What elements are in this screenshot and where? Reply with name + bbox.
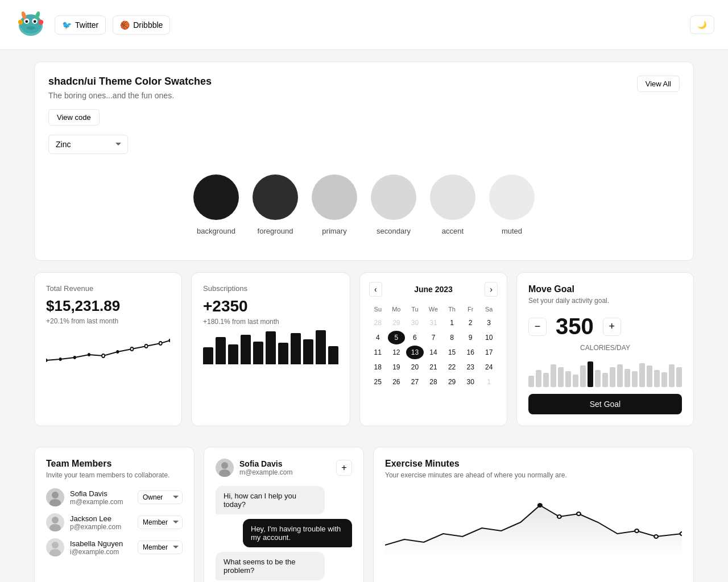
cal-day[interactable]: 30 <box>406 316 424 330</box>
chat-messages: Hi, how can I help you today? Hey, I'm h… <box>216 486 352 582</box>
cal-day-5-selected[interactable]: 5 <box>388 331 406 344</box>
svg-point-11 <box>46 359 48 362</box>
member-3-role-select[interactable]: Member Owner Admin <box>138 541 183 554</box>
chat-user-name: Sofia Davis <box>239 459 293 468</box>
set-goal-button[interactable]: Set Goal <box>528 394 682 414</box>
member-3-name: Isabella Nguyen <box>70 539 132 548</box>
theme-toggle-button[interactable]: 🌙 <box>690 15 714 34</box>
chat-user-email: m@example.com <box>239 468 293 476</box>
cal-day[interactable]: 26 <box>388 375 406 389</box>
revenue-title: Total Revenue <box>46 284 170 293</box>
cal-day[interactable]: 17 <box>480 346 498 359</box>
calendar-grid: Su Mo Tu We Th Fr Sa 28 29 30 31 1 2 3 4… <box>369 304 498 389</box>
cal-day[interactable]: 28 <box>425 375 442 389</box>
cal-day[interactable]: 4 <box>369 331 387 344</box>
exercise-subtitle: Your exercise minutes are ahead of where… <box>385 471 682 479</box>
calendar-next-button[interactable]: › <box>485 282 498 297</box>
cal-day[interactable]: 25 <box>369 375 387 389</box>
twitter-icon: 🐦 <box>62 20 72 30</box>
cal-day[interactable]: 18 <box>369 360 387 374</box>
svg-point-23 <box>52 517 59 523</box>
svg-point-6 <box>27 26 35 30</box>
calendar-card: ‹ June 2023 › Su Mo Tu We Th Fr Sa 28 29… <box>359 272 507 426</box>
cal-day[interactable]: 28 <box>369 316 387 330</box>
calendar-prev-button[interactable]: ‹ <box>369 282 382 297</box>
cal-header-sa: Sa <box>480 304 498 315</box>
cal-day[interactable]: 21 <box>425 360 442 374</box>
revenue-card: Total Revenue $15,231.89 +20.1% from las… <box>34 272 182 426</box>
cal-day[interactable]: 12 <box>388 346 406 359</box>
member-2-role-select[interactable]: Member Owner Admin <box>138 516 183 529</box>
cal-day[interactable]: 22 <box>443 360 461 374</box>
increase-calories-button[interactable]: + <box>603 318 621 336</box>
svg-point-10 <box>39 20 43 24</box>
cal-day[interactable]: 6 <box>406 331 424 344</box>
svg-point-29 <box>537 503 543 508</box>
cal-day[interactable]: 24 <box>480 360 498 374</box>
cal-day[interactable]: 9 <box>462 331 479 344</box>
moon-icon: 🌙 <box>697 20 707 29</box>
member-2-email: p@example.com <box>70 523 132 531</box>
cal-day[interactable]: 27 <box>406 375 424 389</box>
svg-point-31 <box>577 512 581 516</box>
decrease-calories-button[interactable]: − <box>528 318 547 336</box>
svg-point-33 <box>654 535 658 538</box>
calendar-title: June 2023 <box>414 285 453 294</box>
cal-day[interactable]: 3 <box>480 316 498 330</box>
cal-day[interactable]: 20 <box>406 360 424 374</box>
swatch-accent: accent <box>430 174 475 235</box>
revenue-change: +20.1% from last month <box>46 317 170 325</box>
member-1-email: m@example.com <box>70 498 132 506</box>
cal-day[interactable]: 1 <box>480 375 498 389</box>
theme-select[interactable]: Zinc Slate Stone Gray Neutral Red Rose O… <box>48 135 128 154</box>
swatch-primary: primary <box>312 174 357 235</box>
svg-point-21 <box>52 492 59 498</box>
calories-chart <box>528 359 682 387</box>
cal-day[interactable]: 31 <box>425 316 442 330</box>
accent-circle <box>430 174 475 220</box>
dribbble-button[interactable]: 🏀 Dribbble <box>113 15 170 35</box>
cal-day[interactable]: 10 <box>480 331 498 344</box>
view-all-button[interactable]: View All <box>637 76 680 92</box>
swatch-secondary: secondary <box>371 174 416 235</box>
cal-day[interactable]: 7 <box>425 331 442 344</box>
muted-label: muted <box>502 227 522 235</box>
cal-day[interactable]: 16 <box>462 346 479 359</box>
member-1-name: Sofia Davis <box>70 489 132 498</box>
cal-day-13-today[interactable]: 13 <box>406 346 424 359</box>
calories-amount: 350 <box>556 314 594 339</box>
svg-point-30 <box>557 515 561 518</box>
cal-day[interactable]: 11 <box>369 346 387 359</box>
cal-day[interactable]: 19 <box>388 360 406 374</box>
chat-user-info: Sofia Davis m@example.com <box>239 459 293 476</box>
cal-day[interactable]: 8 <box>443 331 461 344</box>
cal-day[interactable]: 29 <box>388 316 406 330</box>
cal-day[interactable]: 15 <box>443 346 461 359</box>
cal-day[interactable]: 23 <box>462 360 479 374</box>
cal-day[interactable]: 29 <box>443 375 461 389</box>
view-code-button[interactable]: View code <box>48 109 100 126</box>
cal-header-mo: Mo <box>388 304 406 315</box>
subscriptions-title: Subscriptions <box>203 284 338 293</box>
swatch-foreground: foreground <box>253 174 298 235</box>
message-1: Hi, how can I help you today? <box>216 486 325 514</box>
cal-day[interactable]: 30 <box>462 375 479 389</box>
swatch-muted: muted <box>489 174 535 235</box>
accent-label: accent <box>442 227 464 235</box>
twitter-button[interactable]: 🐦 Twitter <box>55 15 106 35</box>
calories-control: − 350 + <box>528 314 682 339</box>
dribbble-icon: 🏀 <box>120 20 130 30</box>
member-3-info: Isabella Nguyen i@example.com <box>70 539 132 556</box>
svg-point-19 <box>159 342 162 345</box>
svg-point-16 <box>116 350 119 354</box>
subscriptions-card: Subscriptions +2350 +180.1% from last mo… <box>191 272 350 426</box>
member-1-role-select[interactable]: Owner Member Admin <box>138 490 183 504</box>
team-members-card: Team Members Invite your team members to… <box>34 447 195 582</box>
cal-day[interactable]: 1 <box>443 316 461 330</box>
svg-point-22 <box>49 499 61 506</box>
cal-header-fr: Fr <box>462 304 479 315</box>
cal-day[interactable]: 14 <box>425 346 442 359</box>
chat-add-button[interactable]: + <box>336 460 352 476</box>
calories-unit: CALORIES/DAY <box>528 344 682 352</box>
cal-day[interactable]: 2 <box>462 316 479 330</box>
